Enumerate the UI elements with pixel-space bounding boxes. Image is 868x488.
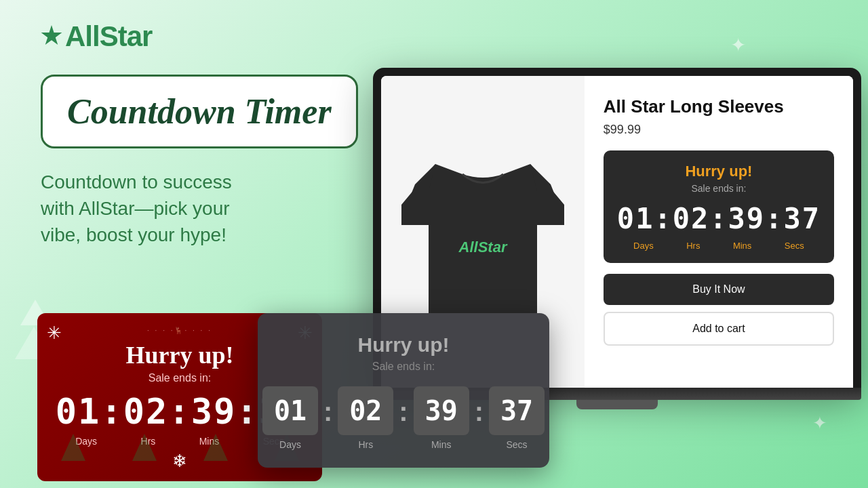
xmas-tree-3	[203, 434, 228, 461]
flip-block-secs: 37	[489, 386, 545, 435]
subtitle-text: Countdown to success with AllStar—pick y…	[41, 169, 353, 249]
flip-colon-3: :	[475, 396, 484, 427]
left-panel: Countdown Timer Countdown to success wit…	[41, 75, 353, 249]
buy-now-button[interactable]: Buy It Now	[604, 274, 834, 305]
deco-star-1: ✦	[730, 34, 746, 56]
flip-label-secs: Secs	[506, 439, 527, 450]
flip-unit-mins: 39 Mins	[414, 386, 469, 450]
flip-block-mins: 39	[414, 386, 469, 435]
title-box: Countdown Timer	[41, 75, 358, 148]
logo-icon	[41, 25, 62, 47]
laptop-countdown-box: Hurry up! Sale ends in: 01:02:39:37 Days…	[604, 150, 834, 263]
flip-timer: 01 Days : 02 Hrs : 39 Mins : 37 Secs	[278, 386, 529, 450]
flip-unit-days: 01 Days	[262, 386, 318, 450]
flip-sale-ends: Sale ends in:	[278, 361, 529, 373]
label-days: Days	[633, 241, 654, 251]
flip-unit-secs: 37 Secs	[489, 386, 545, 450]
product-name: All Star Long Sleeves	[604, 96, 834, 117]
flip-block-hrs: 02	[338, 386, 393, 435]
laptop-hurry-label: Hurry up!	[617, 163, 821, 180]
product-price: $99.99	[604, 123, 834, 137]
flip-label-hrs: Hrs	[358, 439, 373, 450]
flip-label-days: Days	[279, 439, 301, 450]
flip-block-days: 01	[262, 386, 318, 435]
xmas-star-tl: ✳	[47, 323, 62, 344]
laptop-stand	[576, 400, 658, 409]
label-mins: Mins	[733, 241, 751, 251]
page-title: Countdown Timer	[67, 92, 332, 131]
flip-label-mins: Mins	[431, 439, 452, 450]
laptop-sale-ends: Sale ends in:	[617, 183, 821, 194]
flip-colon-1: :	[323, 396, 332, 427]
flip-unit-hrs: 02 Hrs	[338, 386, 393, 450]
laptop-countdown-labels: Days Hrs Mins Secs	[617, 241, 821, 251]
flip-colon-2: :	[399, 396, 408, 427]
flip-hurry-label: Hurry up!	[278, 333, 529, 357]
product-info-panel: All Star Long Sleeves $99.99 Hurry up! S…	[585, 76, 853, 388]
xmas-star-bottom: ❄	[172, 451, 187, 472]
label-hrs: Hrs	[686, 241, 700, 251]
add-to-cart-button[interactable]: Add to cart	[604, 312, 834, 346]
flip-card-widget: Hurry up! Sale ends in: 01 Days : 02 Hrs…	[258, 313, 549, 468]
svg-text:AllStar: AllStar	[458, 239, 507, 256]
logo: AllStar	[41, 20, 152, 53]
label-secs: Secs	[785, 241, 804, 251]
deco-star-4: ✦	[812, 413, 827, 434]
shirt-svg: AllStar	[395, 137, 571, 327]
header: AllStar	[41, 20, 152, 53]
laptop-countdown-digits: 01:02:39:37	[617, 202, 821, 235]
xmas-tree-2	[132, 434, 157, 461]
xmas-tree-1	[61, 434, 85, 461]
